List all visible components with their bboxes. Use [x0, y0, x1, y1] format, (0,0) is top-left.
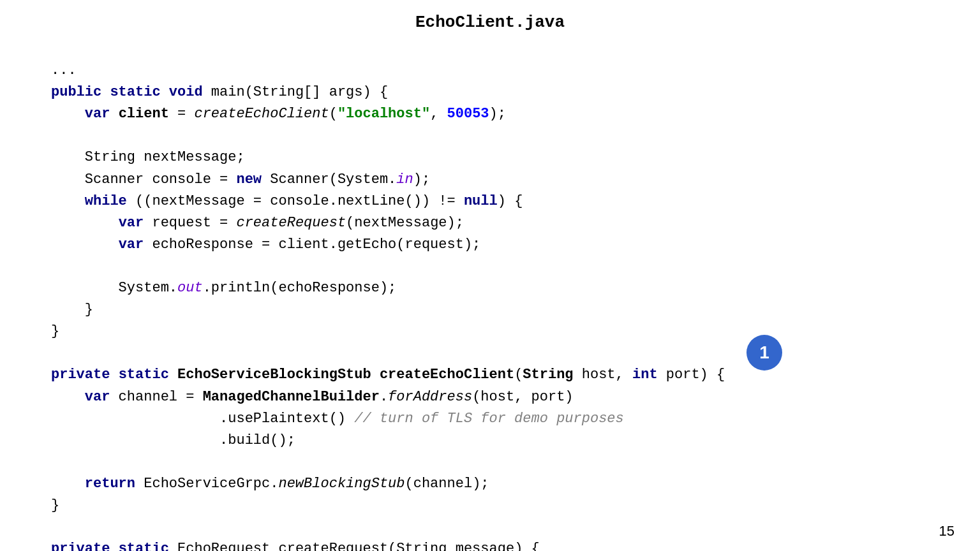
code-block: ... public static void main(String[] arg… [51, 38, 929, 551]
var-client-line: var client = createEchoClient("localhost… [51, 106, 506, 122]
page-number: 15 [939, 523, 954, 540]
private-create-request-line: private static EchoRequest createRequest… [51, 541, 540, 551]
outer-close-brace: } [51, 323, 59, 339]
method-close-brace: } [51, 497, 59, 513]
build-line: .build(); [51, 432, 295, 448]
private-create-echo-client-line: private static EchoServiceBlockingStub c… [51, 367, 725, 383]
slide-title: EchoClient.java [51, 13, 929, 32]
scanner-line: Scanner console = new Scanner(System.in)… [51, 172, 430, 187]
public-main-line: public static void main(String[] args) { [51, 84, 388, 100]
return-stub-line: return EchoServiceGrpc.newBlockingStub(c… [51, 476, 489, 492]
system-out-line: System.out.println(echoResponse); [51, 280, 396, 296]
inner-close-brace: } [51, 302, 93, 318]
var-channel-line: var channel = ManagedChannelBuilder.forA… [51, 389, 574, 405]
annotation-badge-1: 1 [746, 335, 782, 371]
slide-container: EchoClient.java ... public static void m… [0, 0, 980, 551]
use-plaintext-line: .usePlaintext() // turn of TLS for demo … [51, 411, 624, 427]
var-request-line: var request = createRequest(nextMessage)… [51, 215, 464, 231]
string-next-message-line: String nextMessage; [51, 149, 245, 165]
while-line: while ((nextMessage = console.nextLine()… [51, 193, 523, 209]
var-echo-response-line: var echoResponse = client.getEcho(reques… [51, 237, 480, 253]
ellipsis-top: ... [51, 62, 77, 78]
